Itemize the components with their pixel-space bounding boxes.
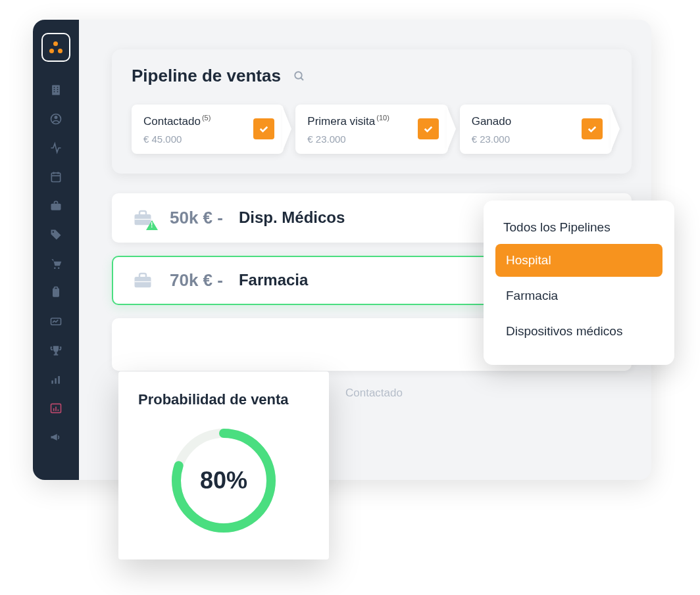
stage-count: (10) (376, 114, 389, 122)
nav-building-icon[interactable] (49, 83, 63, 97)
nav-tag-icon[interactable] (49, 227, 63, 242)
nav-analytics-icon[interactable] (49, 401, 63, 416)
svg-rect-26 (53, 408, 55, 411)
nav-cart-icon[interactable] (49, 256, 63, 271)
svg-rect-23 (55, 378, 57, 383)
warning-icon (146, 220, 158, 230)
nav-trophy-icon[interactable] (49, 343, 63, 358)
stage-amount: € 23.000 (307, 133, 414, 145)
logo[interactable] (41, 33, 70, 62)
svg-rect-5 (54, 91, 55, 93)
svg-rect-13 (51, 204, 61, 210)
sidebar (33, 20, 79, 480)
check-icon (582, 118, 603, 139)
svg-rect-27 (55, 407, 57, 412)
briefcase-icon (132, 270, 154, 290)
deal-name: Farmacia (239, 271, 370, 289)
svg-rect-21 (54, 354, 59, 356)
svg-point-8 (55, 116, 58, 119)
check-icon (418, 118, 439, 139)
deal-amount: 70k € - (170, 270, 223, 291)
svg-rect-20 (55, 352, 57, 354)
stage-first-visit[interactable]: Primera visita(10) € 23.000 (295, 105, 447, 154)
svg-rect-6 (57, 91, 59, 93)
probability-title: Probabilidad de venta (138, 391, 309, 408)
stage-label: Contactado (143, 115, 201, 128)
svg-rect-1 (54, 87, 55, 88)
stage-amount: € 45.000 (143, 133, 251, 145)
nav-chart-icon[interactable] (49, 314, 63, 329)
pipeline-title: Pipeline de ventas (132, 66, 281, 86)
svg-rect-18 (55, 287, 58, 289)
search-icon[interactable] (290, 67, 309, 85)
svg-point-16 (58, 267, 60, 269)
nav-megaphone-icon[interactable] (49, 430, 63, 444)
stage-count: (5) (202, 114, 211, 122)
svg-rect-24 (58, 376, 60, 384)
svg-point-14 (53, 231, 55, 233)
deal-stage-label: Contactado (345, 387, 403, 400)
svg-rect-2 (57, 87, 59, 88)
nav-activity-icon[interactable] (49, 141, 63, 155)
check-icon (253, 118, 274, 139)
nav-user-icon[interactable] (49, 112, 63, 126)
stage-label: Primera visita (307, 115, 375, 128)
probability-percent: 80% (168, 425, 280, 536)
dropdown-item-dispositivos[interactable]: Dispositivos médicos (495, 315, 662, 348)
nav-clipboard-icon[interactable] (49, 285, 63, 300)
svg-rect-9 (51, 173, 60, 181)
stage-won[interactable]: Ganado € 23.000 (460, 105, 612, 154)
stage-amount: € 23.000 (472, 133, 579, 145)
svg-rect-3 (54, 89, 55, 90)
nav-briefcase-icon[interactable] (49, 199, 63, 213)
deal-name: Disp. Médicos (239, 208, 370, 227)
svg-point-29 (295, 72, 302, 79)
dropdown-title: Todos los Pipelines (495, 215, 662, 244)
nav-calendar-icon[interactable] (49, 170, 63, 184)
stage-label: Ganado (472, 115, 512, 128)
pipeline-panel: Pipeline de ventas Contactado(5) € 45.00… (112, 49, 632, 174)
probability-ring-large: 80% (168, 425, 280, 536)
dropdown-item-hospital[interactable]: Hospital (495, 244, 662, 277)
pipeline-dropdown: Todos los Pipelines Hospital Farmacia Di… (484, 201, 674, 365)
probability-card: Probabilidad de venta 80% (118, 371, 329, 559)
svg-line-30 (301, 78, 303, 80)
svg-point-15 (54, 267, 56, 269)
dropdown-item-farmacia[interactable]: Farmacia (495, 279, 662, 312)
svg-rect-0 (52, 85, 60, 95)
stage-contacted[interactable]: Contactado(5) € 45.000 (132, 105, 284, 154)
deal-amount: 50k € - (170, 208, 223, 228)
briefcase-icon (132, 208, 154, 227)
svg-rect-4 (57, 89, 59, 90)
svg-rect-28 (58, 410, 59, 412)
svg-rect-22 (51, 381, 53, 384)
nav-bars-icon[interactable] (49, 372, 63, 387)
